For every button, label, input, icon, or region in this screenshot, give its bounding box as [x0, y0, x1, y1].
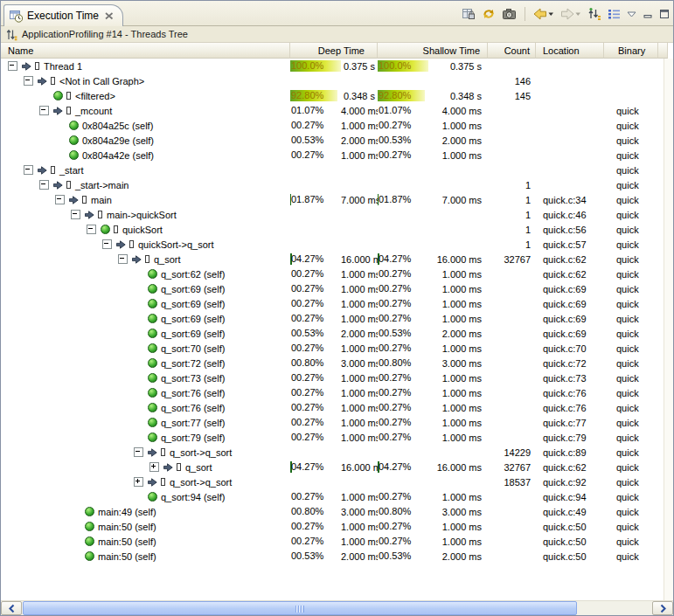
minimize-button[interactable] — [643, 9, 653, 19]
vertical-scrollbar-track[interactable] — [664, 59, 673, 600]
maximize-button[interactable] — [659, 9, 670, 19]
table-row[interactable]: q_sort04.27%16.000 ms04.27%16.000 ms3276… — [1, 252, 673, 266]
table-row[interactable]: main01.87%7.000 ms01.87%7.000 ms1quick.c… — [1, 192, 673, 207]
table-row[interactable]: q_sort:69 (self)00.53%2.000 ms00.53%2.00… — [1, 326, 673, 341]
tree-body: Thread 1100.0%0.375 s100.0%0.375 s<Not i… — [1, 59, 673, 600]
table-row[interactable]: q_sort:62 (self)00.27%1.000 ms00.27%1.00… — [1, 266, 673, 281]
row-name-cell: q_sort:69 (self) — [1, 329, 290, 339]
table-row[interactable]: <filtered>92.80%0.348 s92.80%0.348 s145 — [1, 88, 673, 103]
expand-toggle[interactable] — [134, 477, 148, 487]
row-label: q_sort:70 (self) — [161, 343, 225, 354]
scroll-right-button[interactable] — [652, 601, 673, 615]
table-row[interactable]: _startquick — [1, 163, 673, 177]
table-row[interactable]: q_sort:69 (self)00.27%1.000 ms00.27%1.00… — [1, 296, 673, 311]
table-row[interactable]: 0x804a42e (self)00.27%1.000 ms00.27%1.00… — [1, 148, 673, 163]
table-row[interactable]: 0x804a29e (self)00.53%2.000 ms00.53%2.00… — [1, 133, 673, 148]
back-button[interactable] — [533, 7, 554, 21]
column-header-deep-time[interactable]: Deep Time — [290, 43, 378, 59]
table-row[interactable]: quickSort1quick.c:56quick — [1, 222, 673, 237]
table-row[interactable]: q_sort:77 (self)00.27%1.000 ms00.27%1.00… — [1, 415, 673, 430]
expand-collapse-tree-button[interactable] — [587, 7, 601, 21]
close-icon[interactable] — [105, 12, 114, 20]
table-row[interactable]: q_sort04.27%16.000 ms04.27%16.000 ms3276… — [1, 460, 673, 474]
column-header-name[interactable]: Name — [1, 43, 290, 59]
shallow-time-cell — [378, 75, 488, 87]
count-cell: 32767 — [488, 462, 536, 473]
column-header-shallow-time[interactable]: Shallow Time — [378, 43, 488, 59]
row-label: q_sort:69 (self) — [161, 314, 225, 324]
collapse-toggle[interactable] — [71, 210, 85, 219]
table-row[interactable]: q_sort:76 (self)00.27%1.000 ms00.27%1.00… — [1, 385, 673, 400]
scroll-left-button[interactable] — [1, 601, 22, 615]
binary-cell: quick — [604, 492, 658, 502]
scrollbar-thumb[interactable] — [23, 601, 577, 615]
table-row[interactable]: q_sort->q_sort14229quick.c:89quick — [1, 445, 673, 460]
row-label: main:50 (self) — [98, 536, 156, 547]
collapse-toggle[interactable] — [55, 195, 69, 204]
row-label: 0x804a42e (self) — [82, 150, 154, 161]
collapse-toggle[interactable] — [134, 447, 148, 457]
collapse-toggle[interactable] — [8, 61, 22, 71]
table-row[interactable]: _mcount01.07%4.000 ms01.07%4.000 msquick — [1, 103, 673, 118]
scrollbar-track[interactable] — [577, 601, 652, 615]
deep-time-cell — [290, 75, 378, 87]
table-row[interactable]: q_sort:76 (self)00.27%1.000 ms00.27%1.00… — [1, 400, 673, 415]
threads-tree-table: Name Deep Time Shallow Time Count Locati… — [1, 42, 673, 616]
row-label: main — [91, 195, 112, 205]
collapse-toggle[interactable] — [87, 225, 101, 234]
view-menu-button[interactable] — [627, 11, 636, 17]
method-ball-icon — [148, 329, 160, 338]
table-row[interactable]: 0x804a25c (self)00.27%1.000 ms00.27%1.00… — [1, 118, 673, 133]
deep-time-cell: 00.53%2.000 ms — [290, 550, 378, 562]
lock-table-button[interactable] — [462, 7, 476, 21]
expand-toggle[interactable] — [149, 462, 163, 472]
collapse-toggle[interactable] — [24, 165, 38, 175]
table-row[interactable]: <Not in Call Graph>146 — [1, 73, 673, 88]
tab-execution-time[interactable]: Execution Time — [3, 4, 123, 26]
table-row[interactable]: q_sort:94 (self)00.27%1.000 ms00.27%1.00… — [1, 489, 673, 504]
collapse-toggle[interactable] — [102, 239, 116, 249]
table-row[interactable]: main:50 (self)00.53%2.000 ms00.53%2.000 … — [1, 549, 673, 564]
collapse-toggle[interactable] — [24, 76, 38, 86]
deep-time-cell — [290, 446, 378, 458]
count-cell: 1 — [488, 180, 536, 190]
table-row[interactable]: q_sort:73 (self)00.27%1.000 ms00.27%1.00… — [1, 370, 673, 385]
table-row[interactable]: main:50 (self)00.27%1.000 ms00.27%1.000 … — [1, 519, 673, 534]
view-list-button[interactable] — [608, 8, 621, 20]
location-cell: quick.c:62 — [536, 254, 604, 265]
collapse-toggle[interactable] — [39, 180, 53, 190]
view-title: ApplicationProfiling #14 - Threads Tree — [22, 29, 188, 39]
table-row[interactable]: q_sort->q_sort18537quick.c:92quick — [1, 474, 673, 489]
shallow-time-cell — [378, 209, 488, 220]
column-header-location[interactable]: Location — [536, 43, 604, 59]
table-row[interactable]: q_sort:79 (self)00.27%1.000 ms00.27%1.00… — [1, 430, 673, 445]
deep-time-cell — [290, 209, 378, 220]
table-row[interactable]: _start->main1quick — [1, 177, 673, 192]
snapshot-button[interactable] — [502, 7, 517, 21]
table-row[interactable]: Thread 1100.0%0.375 s100.0%0.375 s — [1, 59, 673, 73]
table-row[interactable]: q_sort:69 (self)00.27%1.000 ms00.27%1.00… — [1, 281, 673, 296]
tab-title: Execution Time — [27, 10, 101, 22]
table-row[interactable]: main->quickSort1quick.c:46quick — [1, 207, 673, 222]
method-ball-icon — [148, 358, 160, 368]
collapse-toggle[interactable] — [118, 254, 132, 264]
table-row[interactable]: q_sort:70 (self)00.27%1.000 ms00.27%1.00… — [1, 341, 673, 356]
deep-time-cell: 00.27%1.000 ms — [290, 268, 378, 280]
location-cell: quick.c:89 — [536, 447, 604, 458]
location-cell: quick.c:50 — [536, 551, 604, 562]
collapse-toggle[interactable] — [39, 106, 53, 115]
table-row[interactable]: main:50 (self)00.27%1.000 ms00.27%1.000 … — [1, 534, 673, 549]
view-toolbar — [462, 7, 670, 25]
table-row[interactable]: q_sort:72 (self)00.80%3.000 ms00.80%3.00… — [1, 356, 673, 370]
table-row[interactable]: main:49 (self)00.80%3.000 ms00.80%3.000 … — [1, 504, 673, 519]
forward-button[interactable] — [560, 7, 581, 21]
table-row[interactable]: q_sort:69 (self)00.27%1.000 ms00.27%1.00… — [1, 311, 673, 326]
method-ball-icon — [148, 403, 160, 412]
row-name-cell: <filtered> — [1, 91, 290, 101]
refresh-button[interactable] — [482, 7, 496, 21]
table-row[interactable]: quickSort->q_sort1quick.c:57quick — [1, 237, 673, 252]
horizontal-scrollbar[interactable] — [1, 600, 673, 615]
column-header-binary[interactable]: Binary — [604, 43, 658, 59]
column-header-count[interactable]: Count — [488, 43, 536, 59]
row-label: q_sort:69 (self) — [161, 329, 225, 339]
